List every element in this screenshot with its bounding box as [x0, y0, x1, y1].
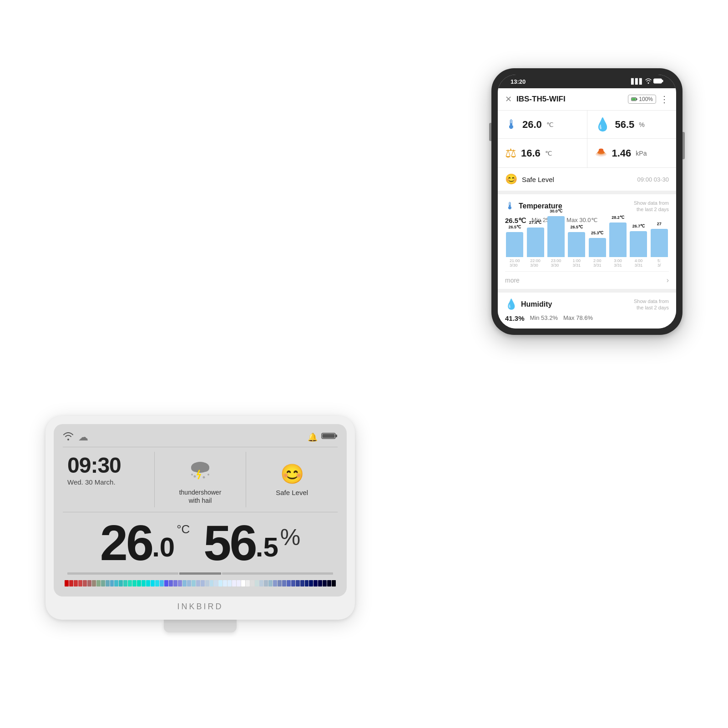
temp-max-stat: Max 30.0℃ [566, 217, 597, 225]
more-arrow-icon: › [667, 276, 669, 284]
colorscale-segment [332, 580, 336, 586]
chart-bar-time: 22:00 3/30 [530, 258, 541, 268]
colorscale-segment [282, 580, 286, 586]
chart-bar-group: 27.4℃22:00 3/30 [526, 228, 545, 268]
colorscale-segment [169, 580, 173, 586]
temp-unit: ℃ [546, 121, 554, 128]
more-label: more [505, 277, 520, 284]
colorscale-segment [296, 580, 300, 586]
colorscale-segment [241, 580, 245, 586]
device-weather-text: thundershower with hail [179, 488, 222, 505]
colorscale-segment [178, 580, 182, 586]
colorscale-segment [65, 580, 69, 586]
colorscale-segment [106, 580, 110, 586]
safe-level-row: 😊 Safe Level 09:00 03-30 [498, 168, 676, 194]
colorscale-segment [309, 580, 313, 586]
pressure-value: 1.46 [612, 147, 632, 159]
colorscale-segment [196, 580, 200, 586]
colorscale-segment [214, 580, 218, 586]
device-time-panel: 09:30 Wed. 30 March. [63, 452, 154, 507]
humidity-chart-header: 💧 Humidity Show data from the last 2 day… [505, 298, 669, 311]
chart-bar: 26.7℃ [630, 231, 647, 257]
device-body: ☁ 🔔 [46, 416, 355, 620]
device-bars [63, 572, 338, 575]
chart-bar-group: 275: 3/ [650, 229, 669, 268]
colorscale-segment [273, 580, 277, 586]
colorscale-segment [69, 580, 73, 586]
humidity-chart-title: Humidity [521, 300, 552, 308]
device-bar-row-1 [67, 572, 333, 575]
safe-icon: 😊 [505, 173, 517, 185]
colorscale-segment [78, 580, 82, 586]
smiley-icon: 😊 [280, 463, 304, 485]
device-colorscale [63, 579, 338, 587]
svg-rect-2 [323, 434, 335, 438]
colorscale-segment [128, 580, 132, 586]
svg-point-5 [200, 465, 209, 472]
colorscale-segment [250, 580, 254, 586]
device-screen: ☁ 🔔 [54, 424, 347, 597]
chart-bar-time: 4:00 3/31 [635, 258, 643, 268]
chart-bar-value: 26.5℃ [571, 225, 583, 229]
colorscale-segment [232, 580, 236, 586]
chart-bar-time: 5: 3/ [657, 258, 661, 268]
device-top-row: ☁ 🔔 [63, 431, 338, 443]
colorscale-segment [132, 580, 136, 586]
safe-time: 09:00 03-30 [637, 176, 669, 183]
humidity-chart-icon: 💧 [505, 298, 517, 310]
more-button[interactable]: ⋮ [660, 94, 669, 105]
chart-bar-time: 3:00 3/31 [614, 258, 622, 268]
device-temp-main: 26 [100, 518, 152, 568]
device-status-panel: 😊 Safe Level [246, 452, 338, 507]
pressure-icon [595, 145, 607, 161]
dewpoint-value: 16.6 [521, 147, 541, 159]
colorscale-segment [223, 580, 227, 586]
colorscale-segment [151, 580, 155, 586]
chart-bar: 26.5℃ [506, 232, 523, 257]
colorscale-segment [205, 580, 209, 586]
dewpoint-unit: ℃ [545, 150, 552, 157]
svg-rect-14 [637, 98, 637, 100]
chart-bar-value: 26.7℃ [632, 224, 645, 228]
scene: ☁ 🔔 [46, 68, 682, 660]
humidity-chart-subtitle: Show data from the last 2 days [634, 298, 669, 311]
colorscale-segment [300, 580, 304, 586]
colorscale-segment [237, 580, 241, 586]
temp-value: 26.0 [522, 119, 542, 131]
chart-bar-time: 21:00 3/30 [510, 258, 520, 268]
metric-pressure: 1.46 kPa [587, 139, 677, 167]
device-stand [164, 620, 237, 632]
colorscale-segment [123, 580, 127, 586]
device-time: 09:30 [67, 455, 150, 476]
svg-rect-1 [335, 435, 337, 437]
temp-chart-icon: 🌡 [505, 200, 515, 212]
colorscale-segment [264, 580, 268, 586]
colorscale-segment [255, 580, 259, 586]
battery-badge: 100% [628, 95, 656, 104]
colorscale-segment [192, 580, 196, 586]
device-readings: 26 .0 °C 56 .5 % [63, 518, 338, 568]
chart-bar-value: 27 [657, 222, 662, 226]
battery-icon [653, 78, 663, 85]
phone-status-bar: 13:20 ▋▋▋ [498, 75, 676, 88]
chart-bar-time: 1:00 3/31 [573, 258, 581, 268]
colorscale-segment [110, 580, 114, 586]
chart-bar-value: 25.3℃ [591, 231, 604, 235]
wifi-icon [63, 431, 74, 443]
chart-bar-group: 28.2℃3:00 3/31 [608, 222, 627, 268]
device-humidity-main: 56 [203, 518, 255, 568]
close-button[interactable]: ✕ [505, 94, 512, 104]
device-date: Wed. 30 March. [67, 478, 150, 486]
colorscale-segment [142, 580, 146, 586]
metric-dewpoint: ⚖ 16.6 ℃ [498, 139, 587, 167]
chart-bar-time: 23:00 3/30 [551, 258, 561, 268]
chart-bar-value: 30.0℃ [550, 209, 562, 213]
svg-rect-11 [662, 80, 663, 82]
colorscale-segment [187, 580, 191, 586]
cloud-icon: ☁ [78, 431, 88, 443]
humidity-value: 56.5 [615, 119, 635, 131]
phone-body: 13:20 ▋▋▋ [491, 68, 682, 335]
more-row[interactable]: more › [505, 271, 669, 289]
colorscale-segment [305, 580, 309, 586]
chart-bar: 28.2℃ [609, 222, 627, 257]
